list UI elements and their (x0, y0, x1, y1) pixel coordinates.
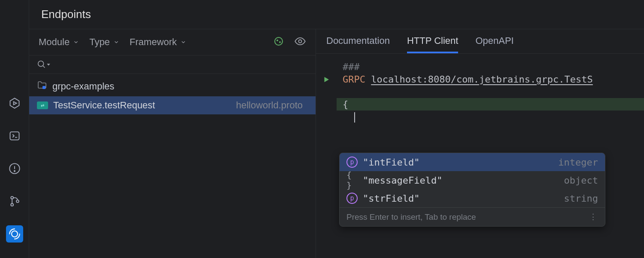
svg-marker-18 (325, 77, 329, 82)
search-bar[interactable] (29, 55, 316, 74)
tab-documentation[interactable]: Documentation (326, 35, 390, 53)
text-cursor (354, 112, 355, 123)
filter-framework[interactable]: Framework (130, 37, 186, 48)
completion-item[interactable]: p "intField" integer (340, 153, 605, 171)
folder-icon (37, 80, 47, 93)
preview-icon[interactable] (294, 35, 306, 49)
vcs-toolwindow-icon[interactable] (6, 193, 23, 210)
completion-label: "messageField" (363, 175, 442, 186)
completion-label: "strField" (363, 193, 419, 204)
endpoint-name: TestService.testRequest (53, 100, 155, 111)
svg-point-11 (276, 40, 278, 41)
property-icon: p (346, 157, 358, 168)
svg-point-5 (14, 171, 15, 172)
request-separator: ### (343, 61, 360, 72)
request-url: localhost:8080/com.jetbrains.grpc.TestS (371, 74, 593, 85)
chevron-down-icon (180, 39, 186, 45)
endpoints-toolwindow-icon[interactable] (6, 225, 23, 243)
more-icon[interactable]: ⋮ (589, 212, 598, 222)
svg-point-8 (16, 200, 19, 203)
editor-gutter (316, 61, 337, 73)
tab-openapi[interactable]: OpenAPI (475, 35, 513, 53)
svg-point-6 (11, 197, 13, 199)
editor-gutter (316, 86, 337, 98)
endpoint-node[interactable]: ⇄ TestService.testRequest helloworld.pro… (29, 96, 316, 114)
completion-popup[interactable]: p "intField" integer { } "messageField" … (339, 153, 605, 227)
tab-http-client[interactable]: HTTP Client (407, 35, 458, 53)
editor-gutter (316, 98, 337, 111)
filter-type[interactable]: Type (89, 37, 119, 48)
project-node[interactable]: grpc-examples (29, 77, 316, 96)
project-name: grpc-examples (52, 81, 114, 92)
filter-module-label: Module (39, 37, 70, 48)
object-icon: { } (346, 175, 358, 186)
filter-bar: Module Type Framework (29, 29, 316, 55)
chevron-down-icon (46, 62, 51, 67)
chevron-down-icon (113, 39, 119, 45)
filter-icons (273, 35, 306, 49)
search-icon (37, 60, 308, 69)
endpoint-file: helloworld.proto (236, 100, 308, 111)
grpc-icon: ⇄ (37, 101, 48, 109)
completion-label: "intField" (363, 157, 419, 168)
filter-framework-label: Framework (130, 37, 177, 48)
config-icon[interactable] (273, 36, 284, 48)
filter-type-label: Type (89, 37, 110, 48)
endpoints-tree: grpc-examples ⇄ TestService.testRequest … (29, 74, 316, 114)
svg-point-7 (11, 203, 13, 206)
svg-point-10 (275, 37, 283, 45)
services-toolwindow-icon[interactable] (6, 95, 23, 112)
terminal-toolwindow-icon[interactable] (6, 127, 23, 144)
svg-marker-1 (13, 102, 16, 105)
problems-toolwindow-icon[interactable] (6, 160, 23, 177)
chevron-down-icon (73, 39, 79, 45)
svg-point-14 (38, 61, 44, 67)
tabs: Documentation HTTP Client OpenAPI (316, 29, 644, 54)
run-icon[interactable] (322, 76, 330, 83)
request-body-open: { (337, 98, 644, 111)
editor-gutter (316, 111, 337, 123)
svg-marker-0 (10, 98, 19, 108)
request-method: GRPC (343, 74, 365, 85)
panel-title: Endpoints (29, 0, 644, 29)
completion-type: object (564, 175, 598, 186)
completion-hint-bar: Press Enter to insert, Tab to replace ⋮ (340, 207, 605, 226)
editor-gutter[interactable] (316, 73, 337, 86)
completion-hint-text: Press Enter to insert, Tab to replace (346, 212, 476, 222)
svg-point-9 (12, 231, 18, 237)
svg-rect-17 (43, 86, 46, 89)
completion-item[interactable]: p "strField" string (340, 189, 605, 207)
completion-type: string (564, 193, 598, 204)
filter-module[interactable]: Module (39, 37, 79, 48)
endpoints-left-pane: Module Type Framework (29, 29, 316, 258)
activity-bar (0, 0, 29, 258)
svg-point-13 (299, 40, 302, 43)
svg-point-12 (279, 41, 281, 43)
svg-line-15 (43, 66, 45, 68)
property-icon: p (346, 193, 358, 204)
completion-item[interactable]: { } "messageField" object (340, 171, 605, 189)
completion-type: integer (558, 157, 598, 168)
svg-marker-16 (47, 64, 50, 65)
